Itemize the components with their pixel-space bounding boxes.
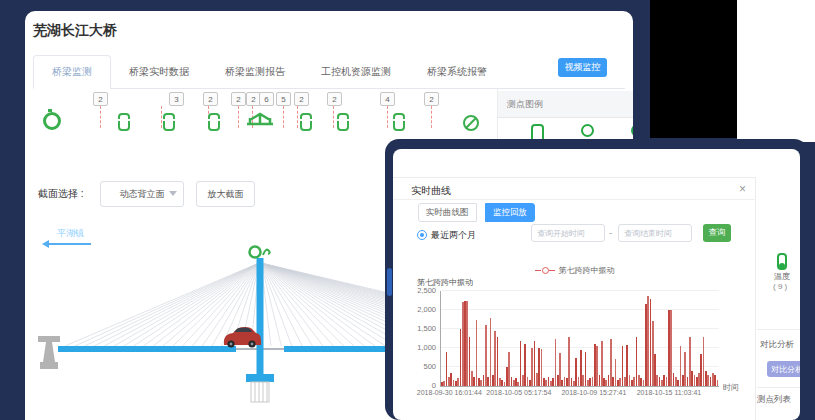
tower-sensor-icon[interactable] (250, 247, 270, 258)
prohibited-sensor-icon[interactable] (463, 115, 479, 131)
sensor-count-badge: 2 (294, 92, 309, 106)
chevron-down-icon (169, 191, 177, 196)
main-tab[interactable]: 桥梁系统报警 (409, 55, 505, 88)
bridge-abutment (38, 336, 60, 369)
sensor-dash-line (387, 106, 388, 128)
link-sensor-icon[interactable] (300, 113, 312, 131)
thermometer-icon[interactable] (777, 253, 787, 270)
compare-analysis-section-label: 对比分析 (760, 339, 794, 351)
car-image (224, 327, 261, 348)
sensor-count-badge: 4 (380, 92, 395, 106)
stopwatch-sensor-icon[interactable] (43, 112, 61, 130)
last-two-months-radio[interactable] (417, 230, 427, 240)
legend-sensor-icon (581, 124, 594, 137)
legend-series-label: 第七跨跨中振动 (559, 265, 615, 276)
link-sensor-icon[interactable] (118, 113, 130, 131)
compare-analysis-button[interactable]: 对比分析 (767, 361, 800, 377)
background-black-block (650, 0, 737, 138)
section-select-dropdown[interactable]: 动态背立面 (100, 181, 184, 207)
scrollbar-thumb[interactable] (387, 268, 392, 296)
tab-realtime-curve[interactable]: 实时曲线图 (418, 203, 477, 222)
radio-label: 最近两个月 (431, 229, 476, 242)
x-axis-label: 时间 (723, 382, 739, 393)
bridge-deck-left (58, 346, 236, 352)
link-sensor-icon[interactable] (337, 113, 349, 131)
sensor-count-badge: 2 (203, 92, 218, 106)
main-tab[interactable]: 桥梁监测报告 (207, 55, 303, 88)
main-tab[interactable]: 桥梁实时数据 (111, 55, 207, 88)
sensor-dash-line (333, 106, 334, 128)
link-sensor-icon[interactable] (163, 113, 175, 131)
video-monitor-button[interactable]: 视频监控 (558, 58, 607, 77)
divider (393, 199, 756, 200)
sensor-count-badge: 2 (93, 92, 108, 106)
sensor-dash-line (283, 106, 284, 128)
dialog-title: 实时曲线 (411, 184, 451, 198)
sensor-count-badge: 3 (169, 92, 184, 106)
tab-monitor-playback[interactable]: 监控回放 (485, 203, 535, 222)
date-range-separator: - (609, 228, 612, 238)
query-start-time-input[interactable] (531, 224, 605, 242)
vibration-chart-plot: 05001,0001,5002,0002,500 2018-09-30 16:0… (440, 291, 719, 387)
sensor-dash-line (100, 106, 101, 128)
bridge-pier (251, 382, 269, 402)
point-list-section-label: 测点列表 (757, 394, 791, 406)
realtime-curve-dialog: 实时曲线 × 实时曲线图 监控回放 最近两个月 - 查询 第七跨跨中振动 第七跨… (393, 177, 756, 420)
legend-panel-title: 测点图例 (498, 91, 633, 118)
main-tab-bar: 桥梁监测 桥梁实时数据 桥梁监测报告 工控机资源监测 桥梁系统报警 (33, 55, 625, 89)
bridge-pier-cap (246, 374, 274, 382)
divider (757, 387, 800, 388)
sensor-dash-line (431, 106, 432, 128)
sensor-dash-line (297, 106, 298, 128)
legend-panel-icons (498, 118, 633, 141)
background-white-block (737, 0, 815, 142)
modal-window: 实时曲线 × 实时曲线图 监控回放 最近两个月 - 查询 第七跨跨中振动 第七跨… (393, 149, 800, 420)
section-select-label: 截面选择 : (38, 187, 84, 201)
truss-sensor-icon[interactable] (246, 110, 274, 128)
bridge-tower (257, 258, 264, 374)
temperature-label: 温度 (774, 271, 790, 282)
zoom-section-button[interactable]: 放大截面 (196, 181, 255, 207)
temperature-count: ( 9 ) (773, 282, 787, 291)
query-end-time-input[interactable] (618, 224, 692, 242)
sensor-dash-line (161, 106, 162, 128)
link-sensor-icon[interactable] (393, 113, 405, 131)
query-button[interactable]: 查询 (703, 224, 731, 242)
page-title: 芜湖长江大桥 (33, 22, 117, 40)
sensor-count-badge: 6 (259, 92, 274, 106)
close-icon[interactable]: × (739, 182, 746, 196)
sensor-count-badge: 2 (327, 92, 342, 106)
sensor-strip: 23222652242 (25, 89, 497, 141)
legend-sensor-icon (631, 124, 633, 137)
sensor-count-badge: 2 (231, 92, 246, 106)
legend-marker-icon (535, 267, 555, 274)
sensor-count-badge: 5 (276, 92, 291, 106)
main-tab[interactable]: 工控机资源监测 (303, 55, 409, 88)
main-tab[interactable]: 桥梁监测 (33, 55, 111, 89)
sensor-dash-line (238, 106, 239, 128)
sensor-count-badge: 2 (424, 92, 439, 106)
link-sensor-icon[interactable] (208, 113, 220, 131)
section-select-value: 动态背立面 (120, 188, 165, 201)
divider (757, 329, 800, 330)
chart-legend: 第七跨跨中振动 (393, 265, 756, 276)
